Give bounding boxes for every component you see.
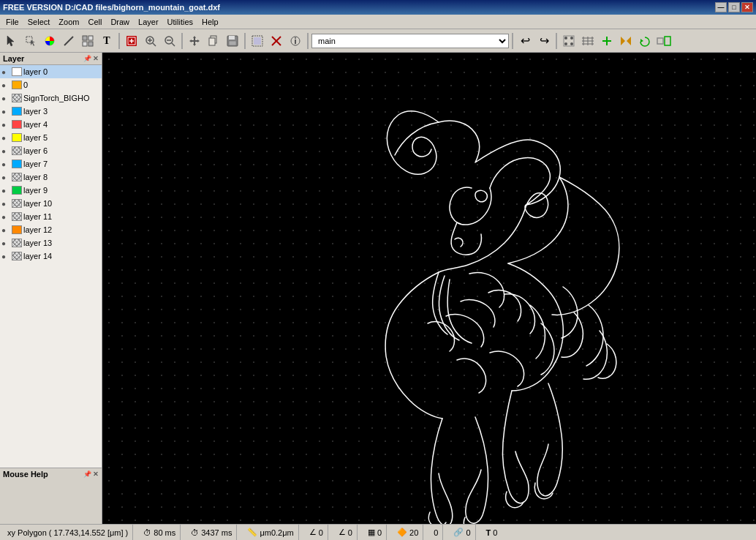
select-all-button[interactable]: [249, 32, 266, 50]
redraw-button[interactable]: [123, 32, 140, 50]
copy-button[interactable]: [205, 32, 222, 50]
layer-visibility-icon[interactable]: ●: [1, 108, 10, 116]
layer-item[interactable]: ●layer 4: [0, 118, 102, 131]
layer-color-swatch: [12, 146, 22, 155]
maximize-button[interactable]: □: [728, 2, 740, 12]
pattern-button[interactable]: [79, 32, 97, 50]
layer-visibility-icon[interactable]: ●: [1, 121, 10, 129]
text-tool-button[interactable]: T: [98, 32, 116, 50]
layer-item[interactable]: ●layer 5: [0, 131, 102, 144]
svg-rect-26: [254, 37, 261, 45]
layer-panel-header: Layer 📌 ✕: [0, 53, 102, 65]
layer-selector[interactable]: main: [311, 34, 509, 48]
layer-item[interactable]: ●layer 12: [0, 223, 102, 236]
separator-6: [556, 33, 557, 49]
layer-color-button[interactable]: [41, 32, 58, 50]
layer-panel: Layer 📌 ✕ ●layer 0●0●SignTorch_BIGHO●lay…: [0, 53, 102, 524]
menu-layer[interactable]: Layer: [134, 16, 163, 28]
polygon-label: xy Polygon: [7, 528, 47, 537]
layer-color-swatch: [12, 107, 22, 116]
menu-select[interactable]: Select: [23, 16, 55, 28]
layer-visibility-icon[interactable]: ●: [1, 226, 10, 234]
svg-rect-6: [88, 36, 93, 40]
mouse-help-body: [3, 479, 99, 522]
layer-item[interactable]: ●layer 9: [0, 184, 102, 197]
layer-name-label: layer 9: [23, 186, 100, 195]
mouse-help-pin[interactable]: 📌: [83, 470, 91, 478]
zoom-in-button[interactable]: [161, 32, 178, 50]
menu-bar: File Select Zoom Cell Draw Layer Utiliti…: [0, 15, 756, 29]
unit-value: μm0.2μm: [260, 528, 293, 537]
menu-draw[interactable]: Draw: [106, 16, 134, 28]
layer-item[interactable]: ●layer 13: [0, 236, 102, 250]
layer-item[interactable]: ●layer 7: [0, 157, 102, 170]
status-bar: xy Polygon ( 17.743,14.552 [μm] ) ⏱ 80 m…: [0, 524, 756, 540]
status-val5: 0: [429, 525, 443, 540]
separator-4: [307, 33, 309, 49]
layer-visibility-icon[interactable]: ●: [1, 187, 10, 195]
layer-item[interactable]: ●layer 0: [0, 65, 102, 78]
snap-button[interactable]: [560, 32, 578, 50]
layer-visibility-icon[interactable]: ●: [1, 252, 10, 260]
layer-item[interactable]: ●layer 10: [0, 197, 102, 210]
layer-item[interactable]: ●SignTorch_BIGHO: [0, 91, 102, 105]
layer-visibility-icon[interactable]: ●: [1, 68, 10, 76]
svg-rect-21: [209, 38, 215, 45]
layer-visibility-icon[interactable]: ●: [1, 160, 10, 168]
redo-button[interactable]: ↪: [535, 32, 553, 50]
layer-visibility-icon[interactable]: ●: [1, 134, 10, 142]
select-tool-button[interactable]: [3, 32, 20, 50]
layer-visibility-icon[interactable]: ●: [1, 173, 10, 181]
layer-panel-pin[interactable]: 📌: [83, 55, 91, 62]
ortho-button[interactable]: [598, 32, 616, 50]
minimize-button[interactable]: —: [715, 2, 727, 12]
layer-panel-close[interactable]: ✕: [93, 55, 99, 62]
grid-button[interactable]: [579, 32, 597, 50]
layer-visibility-icon[interactable]: ●: [1, 213, 10, 221]
layer-item[interactable]: ●layer 11: [0, 210, 102, 223]
layer-item[interactable]: ●layer 8: [0, 170, 102, 184]
layer-item[interactable]: ●0: [0, 78, 102, 91]
svg-marker-46: [627, 37, 631, 45]
properties-button[interactable]: [287, 32, 304, 50]
toolbar: T main ↩ ↪: [0, 29, 756, 53]
mouse-help-close[interactable]: ✕: [93, 470, 99, 478]
save-button[interactable]: [224, 32, 241, 50]
layer-visibility-icon[interactable]: ●: [1, 200, 10, 208]
layer-color-swatch: [12, 186, 22, 195]
layer-visibility-icon[interactable]: ●: [1, 81, 10, 89]
menu-zoom[interactable]: Zoom: [54, 16, 83, 28]
layer-name-label: SignTorch_BIGHO: [23, 94, 100, 102]
layer-visibility-icon[interactable]: ●: [1, 147, 10, 155]
layer-color-swatch: [12, 80, 22, 89]
menu-file[interactable]: File: [1, 16, 23, 28]
menu-utilities[interactable]: Utilities: [163, 16, 197, 28]
title-bar: FREE VERSION D:/CAD files/bighorn_mounta…: [0, 0, 756, 15]
svg-rect-48: [657, 38, 663, 44]
layer-list: ●layer 0●0●SignTorch_BIGHO●layer 3●layer…: [0, 65, 102, 468]
canvas-area[interactable]: [102, 53, 756, 524]
svg-rect-8: [88, 42, 93, 46]
undo-button[interactable]: ↩: [516, 32, 534, 50]
move-button[interactable]: [186, 32, 203, 50]
select-partial-button[interactable]: [22, 32, 39, 50]
scale-button[interactable]: [655, 32, 673, 50]
layer-visibility-icon[interactable]: ●: [1, 239, 10, 247]
layer-visibility-icon[interactable]: ●: [1, 94, 10, 102]
layer-color-swatch: [12, 120, 22, 129]
menu-cell[interactable]: Cell: [83, 16, 106, 28]
rotate-button[interactable]: [636, 32, 654, 50]
close-button[interactable]: ✕: [741, 2, 753, 12]
menu-help[interactable]: Help: [197, 16, 223, 28]
layer-item[interactable]: ●layer 14: [0, 250, 102, 263]
line-tool-button[interactable]: [60, 32, 78, 50]
zoom-fit-button[interactable]: [142, 32, 159, 50]
mouse-help-panel: Mouse Help 📌 ✕: [0, 468, 102, 524]
layer-item[interactable]: ●layer 6: [0, 144, 102, 157]
delete-button[interactable]: [268, 32, 285, 50]
val6-value: 0: [466, 528, 470, 537]
mirror-button[interactable]: [617, 32, 635, 50]
layer-name-label: layer 12: [23, 225, 100, 234]
layer-color-swatch: [12, 67, 22, 76]
layer-item[interactable]: ●layer 3: [0, 105, 102, 118]
